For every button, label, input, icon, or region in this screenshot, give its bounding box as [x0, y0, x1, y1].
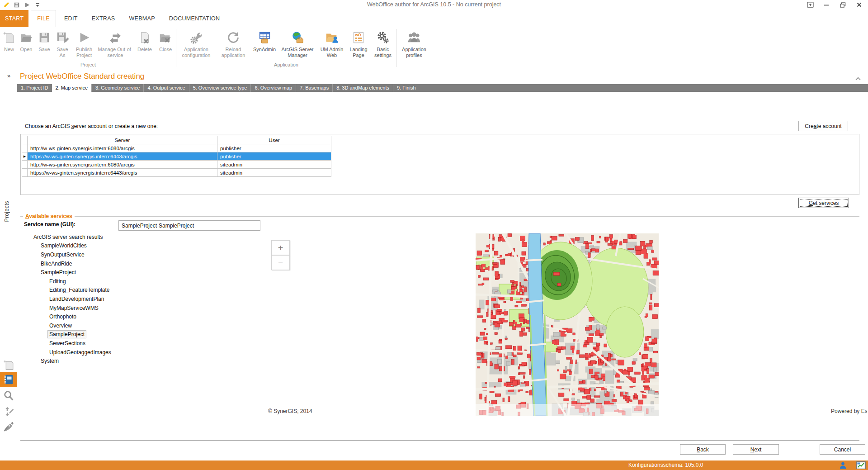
next-button[interactable]: Next — [733, 444, 779, 455]
column-header-user[interactable]: User — [217, 136, 331, 144]
server-account-row[interactable]: http://w-ws-ginten.synergis.intern:6080/… — [22, 144, 331, 152]
tree-item: SampleProject — [39, 268, 113, 277]
dropdown-caret-icon[interactable] — [34, 1, 41, 9]
panel-collapse-icon[interactable]: » — [7, 72, 10, 79]
tree-item: SampleProject — [47, 330, 113, 339]
tree-item-label[interactable]: LandDevelopmentPlan — [47, 295, 106, 303]
ribbon-button-arcgis-server-manager[interactable]: ArcGIS Server Manager — [278, 29, 317, 58]
ribbon-button-label: SynAdmin — [253, 47, 276, 52]
tree-item-label[interactable]: BikeAndRide — [39, 260, 74, 268]
run-icon[interactable] — [24, 1, 31, 9]
menu-tab-file[interactable]: FILE — [31, 10, 56, 27]
app-profiles-icon — [407, 30, 421, 45]
wizard-step-4-output-service[interactable]: 4. Output service — [143, 84, 189, 92]
wizard-step-3-geometry-service[interactable]: 3. Geometry service — [91, 84, 143, 92]
um-admin-icon — [325, 30, 339, 45]
row-selector-cell[interactable] — [22, 144, 28, 152]
server-account-table[interactable]: ServerUserhttp://w-ws-ginten.synergis.in… — [22, 136, 331, 177]
ribbon-button-application-profiles[interactable]: Application profiles — [397, 29, 431, 58]
user-cell[interactable]: siteadmin — [217, 169, 331, 177]
collapse-all-button[interactable]: − — [271, 255, 290, 270]
chevron-up-icon[interactable] — [855, 74, 861, 82]
menu-tab-webmap[interactable]: WEBMAP — [123, 10, 160, 27]
user-cell[interactable]: publisher — [217, 152, 331, 161]
quick-access-toolbar — [3, 1, 41, 9]
column-header-server[interactable]: Server — [28, 136, 217, 144]
tree-item-label[interactable]: UploadGeotaggedImages — [47, 348, 113, 356]
projects-panel-label: Projects — [4, 201, 10, 222]
menu-tab-start[interactable]: START — [0, 10, 28, 27]
tree-item-label[interactable]: Editing — [47, 277, 68, 285]
row-selector-cell[interactable]: ▶ — [22, 152, 28, 161]
menu-tab-extras[interactable]: EXTRAS — [86, 10, 121, 27]
tree-item-label[interactable]: MyMapServiceWMS — [47, 304, 100, 312]
tree-item-label[interactable]: System — [39, 357, 61, 365]
server-cell[interactable]: https://w-ws-ginten.synergis.intern:6443… — [28, 169, 217, 177]
service-name-label: Service name (GUI): — [24, 221, 75, 228]
server-cell[interactable]: https://w-ws-ginten.synergis.intern:6443… — [28, 152, 217, 161]
pen-icon[interactable] — [0, 419, 17, 434]
wizard-step-2-map-service[interactable]: 2. Map service — [52, 84, 92, 92]
tree-item-label[interactable]: SampleWorldCities — [39, 242, 89, 250]
back-button[interactable]: Back — [680, 444, 726, 455]
move-edit-icon[interactable] — [0, 404, 17, 420]
close-icon[interactable] — [851, 0, 867, 9]
menu-tab-edit[interactable]: EDIT — [58, 10, 84, 27]
row-selector-cell[interactable] — [22, 169, 28, 177]
tree-item-label[interactable]: Overview — [47, 322, 74, 330]
user-cell[interactable]: publisher — [217, 144, 331, 152]
pin-ribbon-icon[interactable] — [802, 0, 818, 9]
tree-item-label[interactable]: Orthophoto — [47, 313, 78, 321]
ribbon-group-misc: Application profiles — [397, 28, 431, 68]
new-project-icon[interactable] — [0, 357, 17, 373]
wizard-step-7-basemaps[interactable]: 7. Basemaps — [296, 84, 332, 92]
ribbon-button-label: Delete — [137, 47, 152, 52]
tree-item-label[interactable]: SampleProject — [39, 268, 78, 276]
create-account-button[interactable]: Create account — [798, 121, 848, 131]
window-title: WebOffice author for ArcGIS 10.5 - No cu… — [136, 0, 732, 10]
ribbon-button-basic-settings[interactable]: Basic settings — [370, 29, 396, 58]
wizard-step-9-finish[interactable]: 9. Finish — [393, 84, 420, 92]
server-account-row[interactable]: ▶https://w-ws-ginten.synergis.intern:644… — [22, 152, 331, 161]
service-name-input[interactable] — [118, 220, 260, 231]
tree-item-label-selected[interactable]: SampleProject — [47, 330, 86, 338]
wizard-step-1-project-id[interactable]: 1. Project ID — [17, 84, 52, 92]
wizard-step-5-overview-service-type[interactable]: 5. Overview service type — [189, 84, 251, 92]
server-cell[interactable]: http://w-ws-ginten.synergis.intern:6080/… — [28, 144, 217, 152]
ribbon-button-um-admin-web[interactable]: UM Admin Web — [317, 29, 347, 58]
projects-panel-icon[interactable] — [0, 372, 17, 387]
tree-item-label[interactable]: Editing_FeatureTemplate — [47, 286, 111, 294]
search-icon[interactable] — [0, 388, 17, 404]
wizard-step-8-3d-andmap-elements[interactable]: 8. 3D andMap elements — [332, 84, 393, 92]
server-account-row[interactable]: https://w-ws-ginten.synergis.intern:6443… — [22, 169, 331, 177]
map-preview-image — [476, 233, 659, 416]
tree-item-label[interactable]: SynOutputService — [39, 251, 86, 259]
restore-icon[interactable] — [835, 0, 851, 9]
ribbon-button-save: Save — [35, 29, 53, 52]
account-instruction: Choose an ArcGIS server account or creat… — [25, 123, 158, 129]
ribbon-button-close: Close — [156, 29, 175, 52]
minimize-icon[interactable] — [818, 0, 835, 9]
ribbon-button-landing-page[interactable]: wOLanding Page — [347, 29, 370, 58]
ribbon-group-project: NewOpenSaveSave AsPublish ProjectManage … — [1, 28, 175, 68]
delete-document-icon — [137, 30, 152, 45]
get-services-button[interactable]: Get services — [798, 198, 849, 208]
row-selector-cell[interactable] — [22, 161, 28, 169]
server-cell[interactable]: http://w-ws-ginten.synergis.intern:6080/… — [28, 161, 217, 169]
menu-tab-documentation[interactable]: DOCUMENTATION — [163, 10, 226, 27]
edit-pencil-icon[interactable] — [3, 1, 10, 9]
monitor-icon — [856, 461, 866, 469]
basic-settings-icon — [376, 30, 390, 45]
server-account-row[interactable]: http://w-ws-ginten.synergis.intern:6080/… — [22, 161, 331, 169]
tree-item-label[interactable]: ArcGIS server search results — [32, 233, 104, 241]
ribbon-button-save-as: Save As — [53, 29, 71, 58]
cancel-button[interactable]: Cancel — [820, 444, 865, 455]
ribbon-group-label: Application — [177, 62, 396, 67]
expand-all-button[interactable]: + — [271, 240, 290, 255]
wizard-step-6-overview-map[interactable]: 6. Overview map — [250, 84, 296, 92]
tree-item-label[interactable]: SewerSections — [47, 339, 87, 347]
ribbon-button-synadmin[interactable]: SynAdmin — [251, 29, 278, 52]
save-icon[interactable] — [13, 1, 20, 9]
user-cell[interactable]: siteadmin — [217, 161, 331, 169]
ribbon-button-label: Save As — [53, 47, 71, 58]
